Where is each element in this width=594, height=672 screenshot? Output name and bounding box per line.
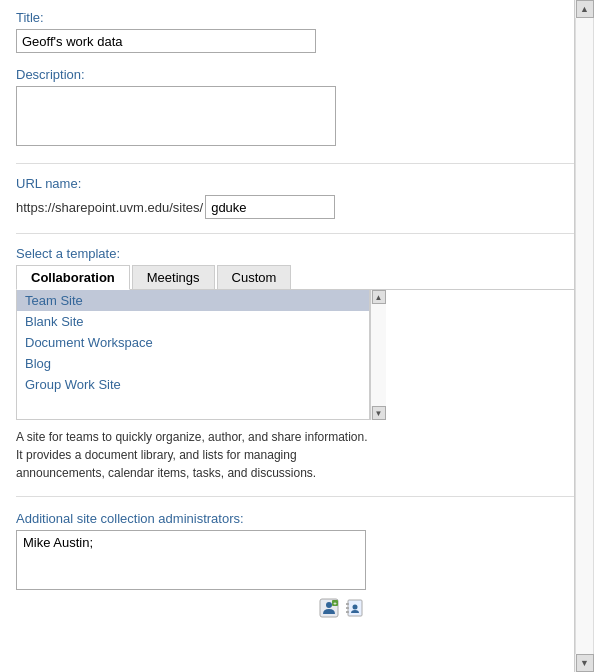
admins-icons-row: +: [16, 597, 366, 619]
template-tabs: Collaboration Meetings Custom: [16, 265, 574, 290]
url-section: URL name: https://sharepoint.uvm.edu/sit…: [16, 176, 574, 219]
description-label: Description:: [16, 67, 574, 82]
svg-point-8: [353, 605, 358, 610]
template-list-container[interactable]: Team Site Blank Site Document Workspace …: [16, 290, 370, 420]
template-item-document-workspace[interactable]: Document Workspace: [17, 332, 369, 353]
title-label: Title:: [16, 10, 574, 25]
title-input[interactable]: [16, 29, 316, 53]
template-description: A site for teams to quickly organize, au…: [16, 428, 371, 482]
tab-custom[interactable]: Custom: [217, 265, 292, 289]
template-list: Team Site Blank Site Document Workspace …: [17, 290, 369, 395]
divider-1: [16, 163, 574, 164]
template-scroll-track: [371, 304, 386, 406]
title-section: Title:: [16, 10, 574, 53]
address-book-icon[interactable]: [344, 597, 366, 619]
svg-point-1: [326, 602, 332, 608]
scroll-up-button[interactable]: ▲: [576, 0, 594, 18]
svg-text:+: +: [333, 600, 337, 606]
template-scroll-down[interactable]: ▼: [372, 406, 386, 420]
admins-input[interactable]: Mike Austin;: [16, 530, 366, 590]
tab-collaboration[interactable]: Collaboration: [16, 265, 130, 290]
template-scroll-up[interactable]: ▲: [372, 290, 386, 304]
add-person-icon[interactable]: +: [318, 597, 340, 619]
template-list-scrollbar[interactable]: ▲ ▼: [370, 290, 386, 420]
template-section: Select a template: Collaboration Meeting…: [16, 246, 574, 482]
svg-rect-5: [346, 603, 349, 605]
template-item-blog[interactable]: Blog: [17, 353, 369, 374]
url-input[interactable]: [205, 195, 335, 219]
template-item-group-work-site[interactable]: Group Work Site: [17, 374, 369, 395]
admins-label: Additional site collection administrator…: [16, 511, 574, 526]
admins-textarea-wrapper: Mike Austin;: [16, 530, 366, 593]
admins-section: Additional site collection administrator…: [16, 511, 574, 619]
divider-3: [16, 496, 574, 497]
scroll-down-button[interactable]: ▼: [576, 654, 594, 672]
template-label: Select a template:: [16, 246, 574, 261]
tab-meetings[interactable]: Meetings: [132, 265, 215, 289]
description-input[interactable]: [16, 86, 336, 146]
template-item-blank-site[interactable]: Blank Site: [17, 311, 369, 332]
url-row: https://sharepoint.uvm.edu/sites/: [16, 195, 574, 219]
template-list-wrapper: Team Site Blank Site Document Workspace …: [16, 290, 386, 420]
scroll-track: [575, 18, 594, 654]
description-section: Description:: [16, 67, 574, 149]
url-label: URL name:: [16, 176, 574, 191]
main-scrollbar[interactable]: ▲ ▼: [574, 0, 594, 672]
svg-rect-7: [346, 611, 349, 613]
divider-2: [16, 233, 574, 234]
url-base-text: https://sharepoint.uvm.edu/sites/: [16, 200, 203, 215]
main-content: Title: Description: URL name: https://sh…: [0, 0, 574, 672]
svg-rect-6: [346, 607, 349, 609]
template-item-team-site[interactable]: Team Site: [17, 290, 369, 311]
